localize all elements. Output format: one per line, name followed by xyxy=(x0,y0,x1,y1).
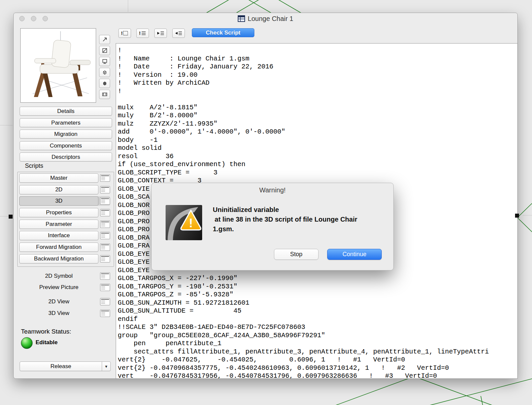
3d-script-label: 3D xyxy=(55,198,63,204)
3d-view-label[interactable]: 3D View xyxy=(19,310,98,317)
selection-handle-right[interactable] xyxy=(515,214,519,218)
script-tab-forward-migration[interactable]: Forward Migration xyxy=(19,243,110,252)
details-button[interactable]: Details xyxy=(20,107,112,116)
master-script-button[interactable]: Master xyxy=(19,173,98,183)
forward-migration-script-button[interactable]: Forward Migration xyxy=(19,243,98,252)
3d-view-row[interactable]: 3D View xyxy=(19,309,110,318)
selection-tool-button[interactable] xyxy=(99,46,110,55)
script-tab-3d[interactable]: 3D xyxy=(19,196,110,206)
backward-migration-script-button[interactable]: Backward Migration xyxy=(19,254,98,263)
2d-script-button[interactable]: 2D xyxy=(19,185,98,194)
open-parameter-script-window-icon[interactable] xyxy=(100,221,110,228)
3d-script-button[interactable]: 3D xyxy=(19,196,98,206)
open-3d-view-window-icon[interactable] xyxy=(100,310,110,317)
stop-label: Stop xyxy=(290,251,302,258)
open-backward-migration-window-icon[interactable] xyxy=(100,255,110,262)
interface-script-button[interactable]: Interface xyxy=(19,231,98,240)
check-script-label: Check Script xyxy=(206,30,240,36)
lounge-chair-preview-image xyxy=(21,29,96,102)
preview-picture-row[interactable]: Preview Picture xyxy=(19,283,110,292)
properties-script-label: Properties xyxy=(46,209,71,216)
window-title: Lounge Chair 1 xyxy=(248,15,293,23)
script-tab-backward-migration[interactable]: Backward Migration xyxy=(19,254,110,263)
parameters-button[interactable]: Parameters xyxy=(20,118,112,127)
window-titlebar[interactable]: Lounge Chair 1 xyxy=(14,13,517,24)
components-button[interactable]: Components xyxy=(20,141,112,150)
svg-text:!: ! xyxy=(139,30,141,36)
shaded-view-button[interactable] xyxy=(99,79,110,88)
release-button[interactable]: Release ▼ xyxy=(20,361,111,371)
warning-message: Uninitialized variable at line 38 in the… xyxy=(213,205,369,234)
script-tab-interface[interactable]: Interface xyxy=(19,231,110,240)
script-tab-master[interactable]: Master xyxy=(19,173,110,183)
backward-migration-label: Backward Migration xyxy=(34,255,83,262)
script-tab-properties[interactable]: Properties xyxy=(19,208,110,217)
release-dropdown-arrow-icon[interactable]: ▼ xyxy=(102,362,110,371)
script-tab-2d[interactable]: 2D xyxy=(19,185,110,194)
2d-symbol-label[interactable]: 2D Symbol xyxy=(19,273,98,279)
selection-handle-left[interactable] xyxy=(9,215,13,219)
teamwork-status-value: Editable xyxy=(36,339,58,346)
filmstrip-icon xyxy=(102,91,108,97)
forward-migration-label: Forward Migration xyxy=(36,244,82,251)
properties-script-button[interactable]: Properties xyxy=(19,208,98,217)
solid-cube-icon xyxy=(102,80,108,86)
wireframe-view-button[interactable] xyxy=(99,68,110,77)
open-3d-script-window-icon[interactable] xyxy=(100,197,110,205)
gdl-object-icon xyxy=(238,15,245,22)
check-listed-icon: ! xyxy=(139,30,147,36)
continue-button[interactable]: Continue xyxy=(327,249,382,260)
indent-left-button[interactable] xyxy=(172,29,185,38)
open-master-script-window-icon[interactable] xyxy=(100,174,110,182)
scripts-section-label: Scripts xyxy=(25,162,43,169)
2d-symbol-row[interactable]: 2D Symbol xyxy=(19,272,110,280)
monitor-icon xyxy=(102,58,108,64)
svg-text:!: ! xyxy=(189,216,193,230)
teamwork-status-heading: Teamwork Status: xyxy=(21,328,71,335)
stop-button[interactable]: Stop xyxy=(274,249,319,260)
parameter-script-button[interactable]: Parameter xyxy=(19,220,98,229)
migration-button[interactable]: Migration xyxy=(20,130,112,139)
hotspot-tool-button[interactable] xyxy=(99,35,110,44)
minimize-window-button[interactable] xyxy=(31,16,36,21)
parameters-label: Parameters xyxy=(51,120,80,126)
components-label: Components xyxy=(50,143,82,149)
check-script-lines-button[interactable]: ! xyxy=(136,29,149,38)
release-label: Release xyxy=(51,363,71,370)
preview-window-button[interactable] xyxy=(99,57,110,66)
details-label: Details xyxy=(57,108,74,115)
warning-dialog: Warning! ! Uninitialized variable at lin… xyxy=(151,183,394,270)
continue-label: Continue xyxy=(342,251,366,258)
svg-text:!: ! xyxy=(121,30,123,36)
open-interface-script-window-icon[interactable] xyxy=(100,232,110,239)
open-2d-symbol-window-icon[interactable] xyxy=(100,272,110,280)
open-2d-view-window-icon[interactable] xyxy=(100,298,110,305)
indent-right-icon xyxy=(157,30,165,36)
zoom-window-button[interactable] xyxy=(43,16,48,21)
check-all-scripts-button[interactable]: ! xyxy=(118,29,131,38)
open-2d-script-window-icon[interactable] xyxy=(100,186,110,193)
check-script-button[interactable]: Check Script xyxy=(192,28,254,37)
master-script-label: Master xyxy=(50,175,67,181)
open-preview-picture-window-icon[interactable] xyxy=(100,284,110,291)
warning-dialog-title: Warning! xyxy=(152,186,393,194)
teamwork-status-indicator xyxy=(21,337,33,349)
wireframe-cube-icon xyxy=(102,69,108,75)
2d-view-label[interactable]: 2D View xyxy=(19,298,98,305)
descriptors-button[interactable]: Descriptors xyxy=(20,152,112,161)
2d-script-label: 2D xyxy=(55,186,63,193)
preview-picture-label[interactable]: Preview Picture xyxy=(19,284,98,291)
script-tab-parameter[interactable]: Parameter xyxy=(19,220,110,229)
open-forward-migration-window-icon[interactable] xyxy=(100,244,110,251)
animation-button[interactable] xyxy=(99,90,110,99)
indent-right-button[interactable] xyxy=(154,29,167,38)
indent-left-icon xyxy=(175,30,183,36)
descriptors-label: Descriptors xyxy=(52,154,80,160)
parameter-script-label: Parameter xyxy=(46,221,72,228)
close-window-button[interactable] xyxy=(19,16,25,21)
check-all-scripts-icon: ! xyxy=(121,30,129,36)
open-properties-script-window-icon[interactable] xyxy=(100,209,110,216)
migration-label: Migration xyxy=(54,131,77,138)
crossed-box-icon xyxy=(102,48,108,53)
2d-view-row[interactable]: 2D View xyxy=(19,297,110,306)
